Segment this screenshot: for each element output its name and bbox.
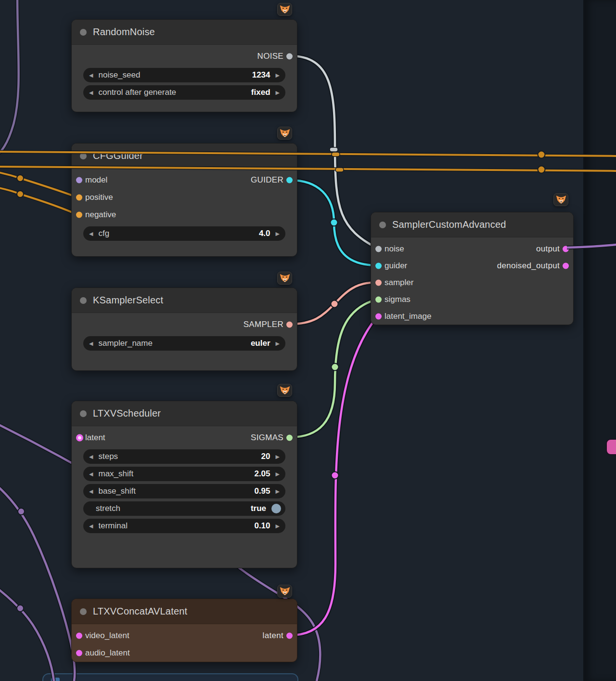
node-badge-cfgguider[interactable] xyxy=(277,127,292,140)
widget-control-after-generate[interactable]: ◀ control after generate fixed ▶ xyxy=(83,85,285,100)
node-badge-samplercustomadvanced[interactable] xyxy=(553,193,568,206)
output-label-guider: GUIDER xyxy=(251,175,283,185)
widget-value[interactable]: 1234 xyxy=(252,70,270,80)
decrement-arrow-icon[interactable]: ◀ xyxy=(89,73,93,78)
node-ltxvscheduler[interactable]: LTXVScheduler latent SIGMAS ◀ steps 20 ▶… xyxy=(71,401,297,568)
port-row: NOISE xyxy=(72,48,297,65)
input-port-latent[interactable] xyxy=(76,434,83,442)
node-badge-ltxvconcatavlatent[interactable] xyxy=(277,585,292,598)
widget-value[interactable]: 0.95 xyxy=(254,486,270,496)
collapse-dot[interactable] xyxy=(379,222,386,228)
output-port-denoised-output[interactable] xyxy=(563,262,569,269)
toggle-knob[interactable] xyxy=(271,504,281,513)
port-row: model GUIDER xyxy=(72,171,297,189)
link-midpoint-guider[interactable] xyxy=(331,219,338,226)
increment-arrow-icon[interactable]: ▶ xyxy=(276,489,280,494)
output-label-noise: NOISE xyxy=(257,52,283,61)
widget-steps[interactable]: ◀ steps 20 ▶ xyxy=(83,449,285,464)
increment-arrow-icon[interactable]: ▶ xyxy=(276,73,280,78)
link-midpoint-latent[interactable] xyxy=(332,472,339,479)
input-label-sampler: sampler xyxy=(385,278,413,288)
link-midpoint-sampler[interactable] xyxy=(331,301,338,308)
decrement-arrow-icon[interactable]: ◀ xyxy=(89,90,93,95)
output-port-guider[interactable] xyxy=(286,177,293,183)
input-label-audio-latent: audio_latent xyxy=(85,648,130,658)
node-cfgguider[interactable]: CFGGuider model GUIDER positive negative… xyxy=(71,143,297,257)
widget-value[interactable]: 20 xyxy=(261,452,270,461)
node-ltxvscheduler-titlebar[interactable]: LTXVScheduler xyxy=(72,401,297,426)
decrement-arrow-icon[interactable]: ◀ xyxy=(89,231,93,236)
link-midpoint-negative[interactable] xyxy=(17,191,24,197)
link-midpoint-purple2[interactable] xyxy=(18,508,25,515)
node-randomnoise-titlebar[interactable]: RandomNoise xyxy=(72,20,297,45)
port-row: sampler xyxy=(371,274,573,291)
increment-arrow-icon[interactable]: ▶ xyxy=(276,90,280,95)
port-row: negative xyxy=(72,206,297,223)
input-port-guider[interactable] xyxy=(375,262,382,269)
increment-arrow-icon[interactable]: ▶ xyxy=(276,471,280,477)
decrement-arrow-icon[interactable]: ◀ xyxy=(89,454,93,459)
widget-sampler-name[interactable]: ◀ sampler_name euler ▶ xyxy=(83,336,285,351)
widget-value[interactable]: euler xyxy=(251,339,270,348)
node-badge-ksamplerselect[interactable] xyxy=(277,272,292,285)
output-port-noise[interactable] xyxy=(286,53,293,60)
widget-cfg[interactable]: ◀ cfg 4.0 ▶ xyxy=(83,226,285,241)
widget-value[interactable]: 2.05 xyxy=(254,469,270,479)
increment-arrow-icon[interactable]: ▶ xyxy=(276,454,280,459)
node-title: LTXVConcatAVLatent xyxy=(93,606,187,617)
output-port-latent[interactable] xyxy=(286,633,293,639)
decrement-arrow-icon[interactable]: ◀ xyxy=(89,489,93,494)
decrement-arrow-icon[interactable]: ◀ xyxy=(89,471,93,477)
input-port-positive[interactable] xyxy=(76,195,82,201)
widget-value[interactable]: fixed xyxy=(251,88,270,97)
collapse-dot[interactable] xyxy=(80,608,87,615)
output-port-sampler[interactable] xyxy=(286,322,293,328)
widget-label: steps xyxy=(98,452,118,461)
input-label-latent-image: latent_image xyxy=(385,312,431,321)
input-port-sigmas[interactable] xyxy=(375,296,382,302)
decrement-arrow-icon[interactable]: ◀ xyxy=(89,524,93,529)
node-ltxvconcatavlatent[interactable]: LTXVConcatAVLatent video_latent latent a… xyxy=(71,599,297,662)
widget-terminal[interactable]: ◀ terminal 0.10 ▶ xyxy=(83,519,285,533)
node-ltxvconcatavlatent-titlebar[interactable]: LTXVConcatAVLatent xyxy=(72,599,297,624)
increment-arrow-icon[interactable]: ▶ xyxy=(276,524,280,529)
collapse-dot[interactable] xyxy=(80,29,87,36)
input-port-noise[interactable] xyxy=(375,246,382,252)
widget-value[interactable]: 0.10 xyxy=(254,521,270,531)
input-port-sampler[interactable] xyxy=(375,279,382,286)
input-label-noise: noise xyxy=(385,244,404,254)
widget-stretch[interactable]: stretch true xyxy=(83,501,285,516)
node-graph-canvas[interactable]: { "canvas": { "background": "#1c232c" },… xyxy=(0,0,616,681)
node-badge-randomnoise[interactable] xyxy=(277,3,292,16)
link-midpoint-purple3[interactable] xyxy=(17,605,24,612)
node-randomnoise[interactable]: RandomNoise NOISE ◀ noise_seed 1234 ▶ ◀ … xyxy=(71,19,297,112)
widget-noise-seed[interactable]: ◀ noise_seed 1234 ▶ xyxy=(83,68,285,82)
input-port-model[interactable] xyxy=(76,177,82,183)
node-cfgguider-titlebar[interactable]: CFGGuider xyxy=(72,144,297,169)
widget-max-shift[interactable]: ◀ max_shift 2.05 ▶ xyxy=(83,467,285,481)
collapse-dot[interactable] xyxy=(80,153,87,159)
collapse-dot[interactable] xyxy=(80,297,87,304)
node-samplercustomadvanced[interactable]: SamplerCustomAdvanced noise output guide… xyxy=(371,212,574,325)
node-title: RandomNoise xyxy=(93,26,155,38)
node-samplercustomadvanced-titlebar[interactable]: SamplerCustomAdvanced xyxy=(371,212,573,237)
link-midpoint-positive[interactable] xyxy=(17,175,24,182)
input-port-latent-image[interactable] xyxy=(375,313,382,319)
widget-value[interactable]: 4.0 xyxy=(259,229,270,238)
input-port-audio-latent[interactable] xyxy=(76,650,82,656)
collapse-dot[interactable] xyxy=(80,410,87,417)
widget-base-shift[interactable]: ◀ base_shift 0.95 ▶ xyxy=(83,484,285,498)
increment-arrow-icon[interactable]: ▶ xyxy=(276,231,280,236)
node-ksamplerselect[interactable]: KSamplerSelect SAMPLER ◀ sampler_name eu… xyxy=(71,288,297,371)
widget-value[interactable]: true xyxy=(251,504,266,513)
input-port-negative[interactable] xyxy=(76,212,82,218)
node-badge-ltxvscheduler[interactable] xyxy=(277,384,292,397)
input-port-video-latent[interactable] xyxy=(76,633,82,639)
node-ksamplerselect-titlebar[interactable]: KSamplerSelect xyxy=(72,288,297,313)
node-title: SamplerCustomAdvanced xyxy=(392,219,506,230)
increment-arrow-icon[interactable]: ▶ xyxy=(276,341,280,346)
decrement-arrow-icon[interactable]: ◀ xyxy=(89,341,93,346)
output-port-sigmas[interactable] xyxy=(286,435,293,441)
output-port-output[interactable] xyxy=(563,246,569,252)
link-midpoint-sigmas[interactable] xyxy=(332,364,339,371)
